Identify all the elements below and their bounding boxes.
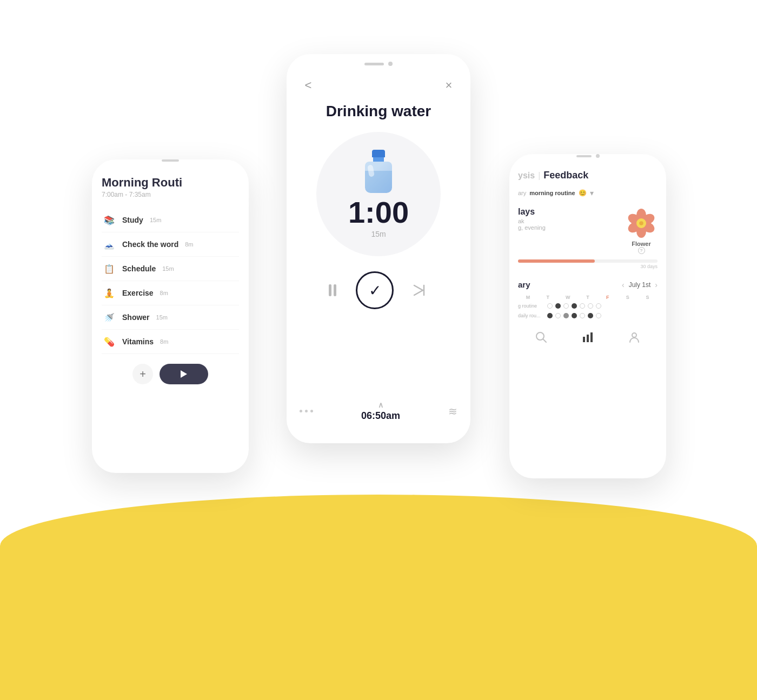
cal-day-f: F [597, 295, 617, 300]
svg-point-16 [632, 333, 636, 337]
task-duration: 8m [185, 241, 193, 248]
cal-dot [596, 313, 601, 318]
list-item: 📋 Schedule 15m [102, 257, 239, 281]
streak-sub2: ak [518, 218, 546, 224]
task-name: Study [122, 216, 143, 224]
cal-prev-button[interactable]: ‹ [622, 281, 625, 289]
progress-bar-bg [518, 259, 658, 263]
filter-dropdown-arrow-icon[interactable]: ▾ [590, 189, 594, 197]
task-name: Check the word [122, 240, 178, 249]
task-duration: 8m [160, 338, 168, 345]
play-button[interactable] [160, 364, 208, 384]
speaker-dot [596, 154, 600, 158]
cal-dot [563, 303, 569, 309]
left-phone-speaker [92, 159, 249, 162]
shower-icon: 🚿 [102, 310, 117, 325]
speaker-bar [364, 63, 384, 65]
calendar-header: ary ‹ July 1st › [518, 280, 658, 289]
complete-button[interactable]: ✓ [356, 271, 394, 309]
cal-dot [547, 303, 553, 309]
pause-bar-right [334, 284, 336, 296]
profile-nav-button[interactable] [628, 331, 640, 346]
cal-dot [555, 303, 561, 309]
center-phone: < × Drinking water 1:00 15m [287, 54, 470, 443]
cal-row-label: daily rou... [518, 313, 545, 318]
svg-rect-13 [583, 337, 585, 342]
cal-dot [588, 313, 593, 318]
calendar-title: ary [518, 280, 530, 289]
tabs-header: ysis | Feedback [518, 170, 658, 181]
skip-icon [413, 284, 428, 296]
tab-feedback[interactable]: Feedback [543, 170, 588, 181]
streak-section: lays ak g, evening [518, 207, 658, 269]
cal-day-s1: S [617, 295, 638, 300]
list-item: 📚 Study 15m [102, 208, 239, 232]
streak-left: lays ak g, evening [518, 207, 546, 231]
task-list: 📚 Study 15m 🗻 Check the word 8m 📋 Schedu… [102, 208, 239, 354]
timer-circle: 1:00 15m [316, 132, 441, 256]
tab-analysis[interactable]: ysis [518, 171, 535, 181]
speaker-dot [388, 62, 393, 66]
bottle-cap [372, 150, 385, 157]
streak-title: lays [518, 207, 546, 217]
cal-dot [555, 313, 561, 318]
cal-day-m: M [518, 295, 538, 300]
right-phone-speaker [509, 154, 666, 158]
left-bottom-bar: + [102, 364, 239, 384]
dots-menu[interactable] [300, 410, 313, 412]
morning-time: 7:00am - 7:35am [102, 191, 239, 198]
cal-dots-row2 [547, 313, 601, 318]
speaker-bar [576, 155, 592, 157]
filter-label: ary [518, 190, 526, 196]
flower-container: Flower ? [625, 207, 658, 254]
cal-next-button[interactable]: › [655, 281, 658, 289]
task-name: Shower [122, 313, 150, 322]
task-title: Drinking water [326, 103, 431, 120]
speaker-bar [162, 159, 179, 162]
progress-label: 30 days [518, 264, 658, 269]
task-name: Schedule [122, 264, 156, 273]
cal-dot [572, 303, 577, 309]
filter-emoji: 😊 [579, 189, 587, 197]
left-phone: Morning Routi 7:00am - 7:35am 📚 Study 15… [92, 159, 249, 473]
cal-row-2: daily rou... [518, 313, 658, 318]
task-name: Vitamins [122, 337, 154, 346]
calendar-section: ary ‹ July 1st › M T W T F S S g routine [518, 280, 658, 318]
wave-icon: ≋ [448, 405, 457, 418]
pause-button[interactable] [329, 284, 336, 296]
center-nav: < × [300, 72, 457, 103]
cal-day-s2: S [638, 295, 658, 300]
schedule-icon: 📋 [102, 261, 117, 276]
search-nav-button[interactable] [535, 331, 547, 346]
time-text: 06:50am [361, 410, 400, 422]
streak-sub: g, evening [518, 224, 546, 231]
info-icon[interactable]: ? [638, 247, 645, 254]
cal-dot [596, 303, 601, 309]
calendar-nav: ‹ July 1st › [622, 281, 658, 289]
back-button[interactable]: < [300, 77, 317, 94]
cal-dot [563, 313, 569, 318]
list-item: 🧘 Exercise 8m [102, 281, 239, 305]
svg-rect-15 [590, 332, 593, 342]
mountain-icon: 🗻 [102, 237, 117, 252]
filter-value[interactable]: morning routine [529, 190, 575, 196]
bottle-body [365, 162, 392, 193]
yellow-background [0, 495, 757, 700]
analytics-nav-button[interactable] [582, 331, 594, 346]
list-item: 🗻 Check the word 8m [102, 232, 239, 257]
center-phone-speaker [287, 54, 470, 68]
right-phone: ysis | Feedback ary morning routine 😊 ▾ … [509, 154, 666, 478]
study-icon: 📚 [102, 212, 117, 228]
vitamins-icon: 💊 [102, 334, 117, 349]
water-bottle-icon [362, 150, 395, 193]
skip-button[interactable] [413, 284, 428, 296]
exercise-icon: 🧘 [102, 285, 117, 301]
checkmark-icon: ✓ [369, 282, 381, 299]
add-button[interactable]: + [132, 364, 153, 384]
filter-row: ary morning routine 😊 ▾ [518, 189, 658, 197]
timer-sublabel: 15m [371, 230, 386, 238]
close-button[interactable]: × [440, 77, 457, 94]
pause-bar-left [329, 284, 331, 296]
calendar-date: July 1st [629, 281, 651, 289]
cal-dot [580, 303, 585, 309]
